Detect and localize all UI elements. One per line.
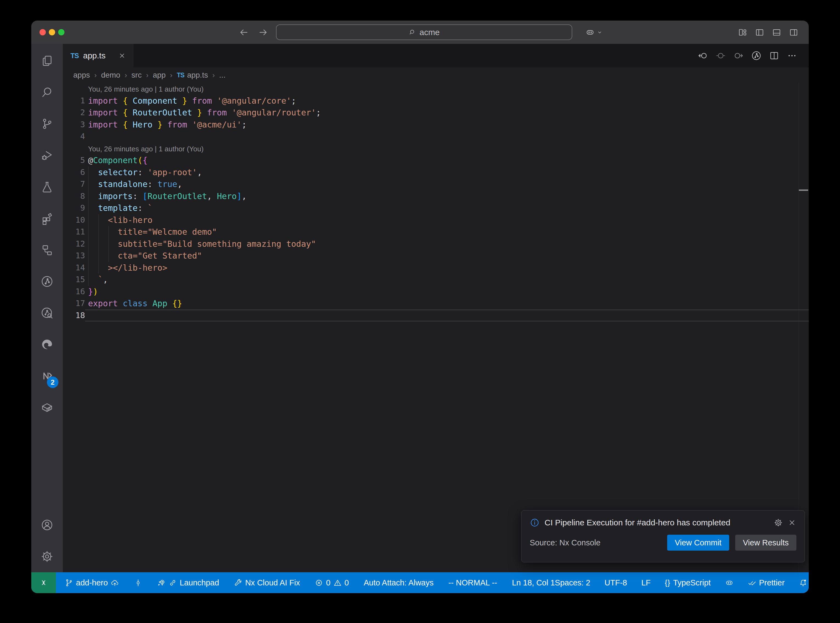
line-number: 10 [63,214,85,226]
activity-edge[interactable] [31,329,63,360]
breadcrumb-symbol[interactable]: ... [219,71,226,80]
code-line[interactable]: 4 [63,130,809,143]
activity-nx[interactable]: 2 [31,360,63,392]
code-text: cta="Get Started" [85,250,809,262]
error-icon [315,578,323,587]
gitlens-forward-icon[interactable] [733,51,744,61]
activity-account[interactable] [31,509,63,541]
line-number: 11 [63,226,85,238]
code-line[interactable]: 7 standalone: true, [63,178,809,190]
code-line[interactable]: 15 `, [63,274,809,286]
zoom-window-button[interactable] [58,29,64,35]
activity-testing[interactable] [31,171,63,203]
status-launchpad[interactable]: Launchpad [157,578,219,587]
tab-app-ts[interactable]: TS app.ts [63,44,134,68]
gitlens-annotate-icon[interactable] [716,51,726,61]
notification-close-icon[interactable] [788,518,796,527]
command-center-search[interactable]: acme [276,25,572,40]
gitlens-back-icon[interactable] [698,51,708,61]
split-editor-icon[interactable] [769,51,779,61]
toggle-secondary-sidebar-icon[interactable] [789,28,798,37]
code-line[interactable]: 10 <lib-hero [63,214,809,226]
status-cursor-position[interactable]: Ln 18, Col 1 [512,578,555,587]
status-auto-attach[interactable]: Auto Attach: Always [364,578,434,587]
line-number: 12 [63,238,85,250]
notification-settings-icon[interactable] [774,518,783,527]
status-formatter[interactable]: Prettier [748,578,785,587]
activity-run-debug[interactable] [31,140,63,171]
breadcrumb-item[interactable]: app [153,71,166,80]
activity-extensions[interactable] [31,203,63,234]
code-line[interactable]: 17export class App {} [63,298,809,310]
status-git-commit[interactable] [134,578,142,587]
navigate-back-icon[interactable] [238,27,249,38]
close-tab-icon[interactable] [118,52,126,60]
status-indentation[interactable]: Spaces: 2 [555,578,590,587]
code-line[interactable]: 18 [63,310,809,322]
customize-layout-icon[interactable] [738,28,747,37]
code-text: }) [85,286,809,298]
status-bar: add-heroLaunchpadNx Cloud AI Fix00Auto A… [31,572,809,593]
activity-graph-circle[interactable] [31,266,63,297]
code-line[interactable]: 2import { RouterOutlet } from '@angular/… [63,107,809,119]
status-problems[interactable]: 00 [315,578,349,587]
status-language[interactable]: {}TypeScript [665,578,711,587]
chevron-down-icon [596,29,603,36]
breadcrumb-item[interactable]: src [131,71,141,80]
view-commit-button[interactable]: View Commit [667,535,729,551]
code-line[interactable]: 14 ></lib-hero> [63,262,809,274]
status-nx-cloud-ai-fix[interactable]: Nx Cloud AI Fix [234,578,300,587]
copilot-menu[interactable] [585,21,603,44]
code-text: @Component({ [85,154,809,166]
line-number: 8 [63,190,85,203]
scrollbar-edge [799,83,799,572]
status-copilot[interactable] [725,578,734,587]
activity-graph-search[interactable] [31,297,63,329]
code-line[interactable]: 5@Component({ [63,154,809,166]
activity-settings[interactable] [31,541,63,572]
activity-source-control[interactable] [31,108,63,140]
copilot-icon [725,578,734,587]
view-results-button[interactable]: View Results [735,535,796,551]
breadcrumb-item[interactable]: demo [101,71,120,80]
toggle-panel-icon[interactable] [772,28,781,37]
navigate-forward-icon[interactable] [258,27,269,38]
notification-title: CI Pipeline Execution for #add-hero has … [545,518,769,527]
tab-bar: TS app.ts [63,44,809,68]
remote-indicator[interactable] [31,572,56,593]
close-window-button[interactable] [40,29,46,35]
breadcrumb-item[interactable]: apps [73,71,90,80]
line-number: 17 [63,298,85,310]
code-line[interactable]: 6 selector: 'app-root', [63,166,809,178]
activity-references[interactable] [31,234,63,266]
activity-container[interactable] [31,392,63,424]
line-number: 6 [63,166,85,178]
code-line[interactable]: 12 subtitle="Build something amazing tod… [63,238,809,250]
code-line[interactable]: 9 template: ` [63,202,809,214]
status-eol[interactable]: LF [641,578,651,587]
braces-icon: {} [665,578,671,587]
more-actions-icon[interactable] [787,51,797,61]
code-line[interactable]: 11 title="Welcmoe demo" [63,226,809,238]
minimize-window-button[interactable] [49,29,55,35]
status-label: 0 [344,578,349,587]
graph-view-icon[interactable] [751,51,762,61]
code-editor[interactable]: You, 26 minutes ago | 1 author (You)1imp… [63,83,809,572]
status-notifications[interactable] [799,578,807,587]
code-line[interactable]: 16}) [63,286,809,298]
toggle-primary-sidebar-icon[interactable] [755,28,764,37]
status-vim-mode[interactable]: -- NORMAL -- [448,578,497,587]
breadcrumb: apps›demo›src›app›TSapp.ts›... [63,68,809,83]
breadcrumb-file[interactable]: TSapp.ts [177,71,208,80]
wrench-icon [234,578,243,587]
breadcrumb-separator-icon: › [212,71,215,80]
status-encoding[interactable]: UTF-8 [605,578,627,587]
code-line[interactable]: 3import { Hero } from '@acme/ui'; [63,119,809,131]
code-line[interactable]: 8 imports: [RouterOutlet, Hero], [63,190,809,203]
code-line[interactable]: 1import { Component } from '@angular/cor… [63,95,809,107]
activity-search[interactable] [31,77,63,108]
code-line[interactable]: 13 cta="Get Started" [63,250,809,262]
status-git-branch[interactable]: add-hero [65,578,119,587]
activity-explorer[interactable] [31,45,63,77]
edge-icon [41,338,54,351]
